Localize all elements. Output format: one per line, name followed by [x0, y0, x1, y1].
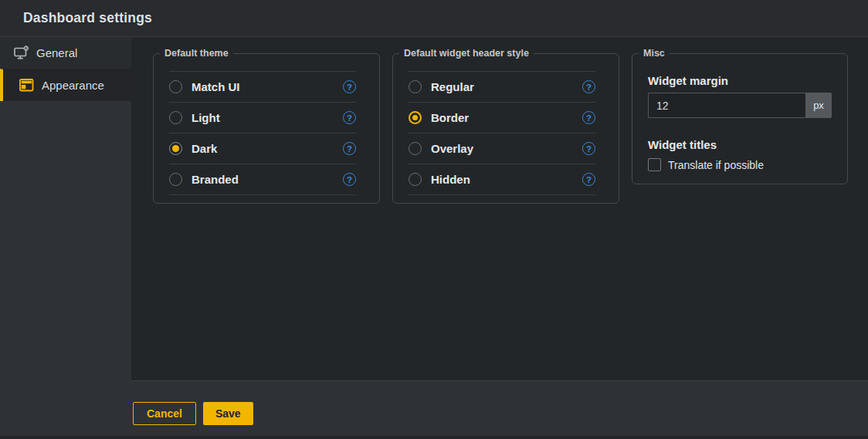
translate-checkbox[interactable] — [648, 158, 661, 171]
sidebar-item-general[interactable]: General — [0, 37, 131, 69]
appearance-layout-icon — [19, 79, 35, 92]
radio-option-match-ui[interactable]: Match UI — [169, 72, 356, 103]
help-icon[interactable] — [582, 173, 595, 186]
sidebar-item-label: Appearance — [42, 79, 104, 92]
radio-label: Regular — [431, 80, 474, 93]
radio-icon[interactable] — [169, 80, 182, 93]
widget-margin-input-group: px — [648, 93, 832, 118]
widget-margin-input[interactable] — [648, 93, 805, 118]
radio-option-branded[interactable]: Branded — [169, 164, 356, 195]
sidebar-menu: General Appearance — [0, 37, 131, 101]
default-theme-fieldset: Default theme Match UI Light Dark — [153, 48, 380, 204]
dialog-title: Dashboard settings — [23, 10, 152, 26]
radio-label: Branded — [192, 173, 239, 186]
sidebar-item-appearance[interactable]: Appearance — [0, 69, 131, 101]
help-icon[interactable] — [343, 142, 356, 155]
radio-group-default-theme: Match UI Light Dark — [169, 71, 356, 195]
dialog-header: Dashboard settings — [0, 0, 868, 37]
dialog-footer: Cancel Save — [131, 381, 868, 436]
fieldset-legend: Default theme — [160, 48, 233, 59]
monitor-settings-icon — [13, 46, 29, 60]
radio-label: Match UI — [192, 80, 240, 93]
radio-option-regular[interactable]: Regular — [409, 72, 595, 103]
sidebar-item-label: General — [36, 46, 77, 59]
radio-icon-selected[interactable] — [409, 111, 422, 124]
cancel-button[interactable]: Cancel — [133, 402, 196, 425]
help-icon[interactable] — [343, 173, 356, 186]
radio-icon[interactable] — [169, 173, 182, 186]
radio-label: Dark — [192, 142, 217, 155]
radio-label: Border — [431, 111, 469, 124]
settings-content: Default theme Match UI Light Dark — [131, 37, 868, 380]
radio-label: Overlay — [431, 142, 473, 155]
dialog-body: General Appearance Default theme — [0, 37, 868, 439]
radio-icon[interactable] — [409, 173, 422, 186]
radio-icon-selected[interactable] — [169, 142, 182, 155]
unit-suffix: px — [805, 93, 832, 118]
help-icon[interactable] — [582, 142, 595, 155]
radio-icon[interactable] — [409, 80, 422, 93]
radio-option-hidden[interactable]: Hidden — [409, 164, 595, 195]
widget-header-style-fieldset: Default widget header style Regular Bord… — [392, 48, 619, 204]
radio-icon[interactable] — [409, 142, 422, 155]
help-icon[interactable] — [343, 80, 356, 93]
radio-option-light[interactable]: Light — [169, 103, 356, 133]
radio-label: Light — [192, 111, 220, 124]
radio-icon[interactable] — [169, 111, 182, 124]
fieldset-legend: Misc — [639, 48, 670, 59]
misc-fieldset: Misc Widget margin px Widget titles Tran… — [632, 48, 848, 184]
dashboard-settings-dialog: Dashboard settings General — [0, 0, 868, 439]
radio-option-dark[interactable]: Dark — [169, 133, 356, 164]
translate-checkbox-row[interactable]: Translate if possible — [648, 158, 832, 171]
help-icon[interactable] — [582, 111, 595, 124]
help-icon[interactable] — [343, 111, 356, 124]
radio-group-header-style: Regular Border Overlay — [409, 71, 595, 195]
fieldset-legend: Default widget header style — [399, 48, 534, 59]
widget-margin-label: Widget margin — [648, 74, 832, 87]
radio-option-overlay[interactable]: Overlay — [409, 133, 595, 164]
save-button[interactable]: Save — [203, 402, 253, 425]
radio-option-border[interactable]: Border — [409, 103, 595, 133]
help-icon[interactable] — [582, 80, 595, 93]
translate-checkbox-label: Translate if possible — [668, 159, 764, 171]
widget-titles-label: Widget titles — [648, 138, 832, 151]
sidebar: General Appearance — [0, 37, 131, 439]
radio-label: Hidden — [431, 173, 470, 186]
window-bottom-edge — [0, 436, 868, 439]
